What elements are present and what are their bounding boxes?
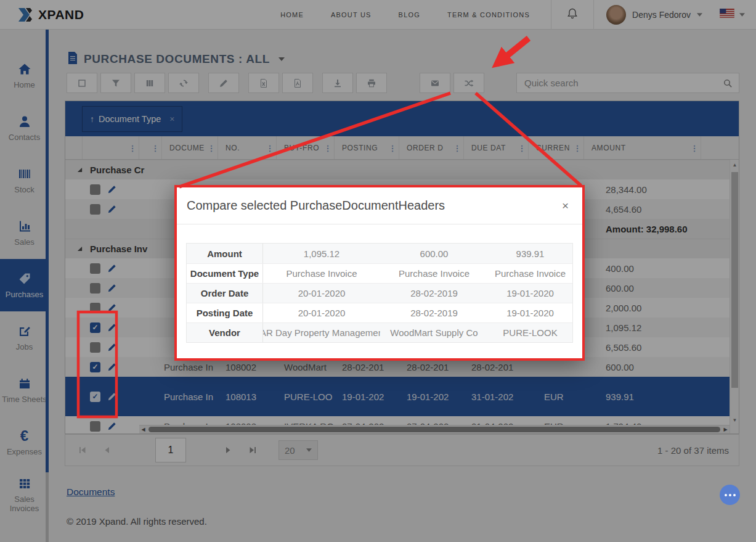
compare-row-document-type: Document TypePurchase InvoicePurchase In… — [187, 263, 572, 283]
compare-value: AR Day Property Managemen — [263, 323, 380, 342]
compare-row-order-date: Order Date20-01-202028-02-201919-01-2020 — [187, 283, 572, 303]
compare-value: Purchase Invoice — [380, 264, 488, 283]
compare-value: 939.91 — [488, 244, 572, 263]
compare-value: Purchase Invoice — [488, 264, 572, 283]
compare-value: 1,095.12 — [263, 244, 380, 263]
compare-value: 19-01-2020 — [488, 284, 572, 303]
compare-value: 28-02-2019 — [380, 303, 488, 322]
compare-row-amount: Amount1,095.12600.00939.91 — [187, 244, 572, 263]
compare-row-label: Amount — [187, 244, 263, 263]
compare-table: Amount1,095.12600.00939.91Document TypeP… — [186, 243, 573, 343]
compare-value: 600.00 — [380, 244, 488, 263]
compare-row-label: Posting Date — [187, 303, 263, 322]
compare-value: 20-01-2020 — [263, 284, 380, 303]
compare-value: WoodMart Supply Co — [380, 323, 488, 342]
compare-value: 20-01-2020 — [263, 303, 380, 322]
compare-row-posting-date: Posting Date20-01-202028-02-201919-01-20… — [187, 303, 572, 322]
close-icon[interactable]: × — [562, 199, 569, 213]
compare-value: 28-02-2019 — [380, 284, 488, 303]
compare-dialog-title: Compare selected PurchaseDocumentHeaders — [187, 199, 445, 213]
compare-dialog-header: Compare selected PurchaseDocumentHeaders… — [177, 187, 582, 224]
compare-row-vendor: VendorAR Day Property ManagemenWoodMart … — [187, 322, 572, 342]
compare-dialog: Compare selected PurchaseDocumentHeaders… — [174, 185, 585, 361]
compare-value: 19-01-2020 — [488, 303, 572, 322]
compare-row-label: Vendor — [187, 323, 263, 342]
more-actions-fab[interactable] — [720, 485, 740, 505]
compare-row-label: Order Date — [187, 284, 263, 303]
compare-value: PURE-LOOK — [488, 323, 572, 342]
compare-value: Purchase Invoice — [263, 264, 380, 283]
compare-row-label: Document Type — [187, 264, 263, 283]
